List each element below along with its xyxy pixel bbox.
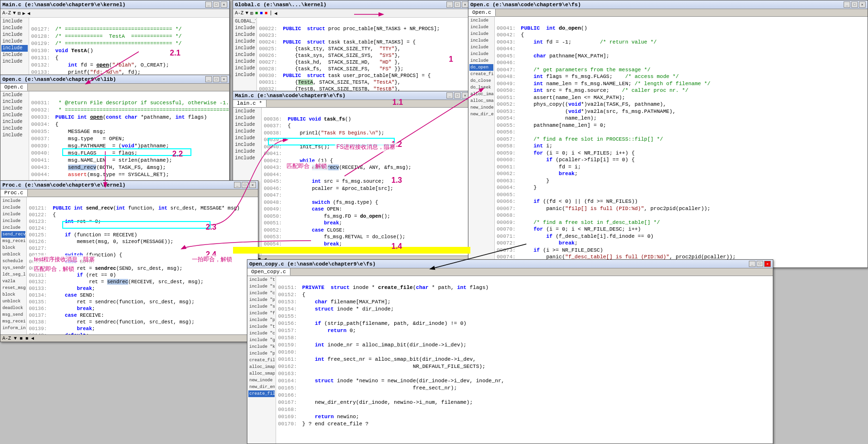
- sidebar-item-selected[interactable]: include: [1, 45, 28, 52]
- sidebar-item-create-file[interactable]: create_file: [248, 390, 275, 397]
- sidebar-item: block: [1, 244, 25, 251]
- code-main-fs[interactable]: 00036: PUBLIC void task_fs() 00037: { 00…: [262, 108, 470, 255]
- close-btn-open-copy[interactable]: ✕: [764, 261, 771, 267]
- sidebar-item: include: [1, 58, 28, 65]
- content-open-fs: include include include include include …: [468, 17, 868, 267]
- minimize-btn-global[interactable]: _: [446, 1, 453, 8]
- sidebar-item: include: [1, 211, 25, 218]
- sidebar-item: include: [469, 51, 493, 57]
- sidebar-item: include: [234, 65, 256, 72]
- sidebar-item: include: [1, 18, 28, 25]
- sidebar-item: include: [1, 132, 28, 139]
- maximize-btn-open-copy[interactable]: □: [757, 261, 763, 267]
- window-controls-open-copy: _ □ ✕: [749, 261, 771, 267]
- window-open-lib[interactable]: Open.c (e:\nasm\code\chapter9\e\lib) _ □…: [0, 75, 230, 182]
- code-main-kernel[interactable]: 00127: /* ==============================…: [29, 18, 229, 75]
- close-btn-main-fs[interactable]: ✕: [462, 92, 468, 99]
- sidebar-item: new_inode: [248, 377, 275, 384]
- sidebar-item: include: [1, 198, 25, 204]
- sidebar-item: include: [1, 52, 28, 58]
- code-proc[interactable]: 00121: PUBLIC int send_recv(int function…: [27, 197, 258, 334]
- title-bar-proc: Proc.c (e:\nasm\code\chapter9\e\kernel) …: [0, 181, 258, 189]
- sidebar-item: include: [1, 92, 28, 99]
- minimize-btn-open-fs[interactable]: _: [844, 1, 850, 8]
- sidebar-item: include "tty.h": [248, 323, 275, 330]
- minimize-btn-main-kernel[interactable]: _: [205, 1, 212, 8]
- sidebar-item: include: [234, 122, 260, 128]
- window-controls-open-fs: _ □ ✕: [844, 1, 866, 8]
- minimize-btn-open-copy[interactable]: _: [749, 261, 756, 267]
- sidebar-global: GLOBAL_VA include include include includ…: [233, 18, 257, 93]
- sidebar-item: alloc_ima: [469, 91, 493, 98]
- sidebar-item: include: [234, 128, 260, 135]
- tab-open-fs[interactable]: Open.c: [468, 9, 496, 16]
- code-open-fs[interactable]: 00041: PUBLIC int do_open() 00042: { 000…: [495, 17, 868, 267]
- maximize-btn-global[interactable]: □: [454, 1, 461, 8]
- tab-open-lib[interactable]: Open.c: [0, 84, 28, 91]
- minimize-btn-main-fs[interactable]: _: [446, 92, 453, 99]
- sidebar-item: msg_recei: [1, 318, 25, 325]
- title-text-open-copy: Open_copy.c (e:\nasm\code\chapter9\e\fs): [249, 261, 376, 267]
- maximize-btn-open-fs[interactable]: □: [851, 1, 858, 8]
- sidebar-item-send-recv[interactable]: send_recv: [1, 231, 25, 238]
- tab-bar-proc: Proc.c: [0, 189, 258, 197]
- sidebar-item: sys_sendr: [1, 265, 25, 271]
- window-controls-main-fs: _ □ ✕: [446, 92, 468, 99]
- sidebar-item: create_file: [248, 357, 275, 364]
- content-main-kernel: include include include include include …: [0, 18, 229, 75]
- sidebar-item: include "protect.h": [248, 297, 275, 303]
- status-bar-proc: A-Z ▼ ■ ■ ◀ |||: [0, 334, 258, 342]
- window-open-fs[interactable]: Open.c (e:\nasm\code\chapter9\e\fs) _ □ …: [468, 0, 868, 268]
- sidebar-item: include "fs.h": [248, 310, 275, 317]
- sidebar-item: create_fi: [469, 71, 493, 78]
- sidebar-item: include: [1, 204, 25, 211]
- minimize-btn-open-lib[interactable]: _: [205, 76, 212, 82]
- sidebar-item: include: [234, 58, 256, 65]
- maximize-btn-open-lib[interactable]: □: [213, 76, 220, 82]
- tab-bar-open-fs: Open.c: [468, 9, 868, 17]
- window-proc[interactable]: Proc.c (e:\nasm\code\chapter9\e\kernel) …: [0, 180, 258, 342]
- minimize-btn-proc[interactable]: _: [234, 182, 241, 188]
- sidebar-item: include "console.h": [248, 330, 275, 337]
- sidebar-item: unblock: [1, 251, 25, 258]
- close-btn-global[interactable]: ✕: [462, 1, 468, 8]
- code-open-lib[interactable]: 00031: * @return File descriptor if succ…: [29, 91, 229, 182]
- content-proc: include include include include include …: [0, 197, 258, 334]
- title-bar-main-fs: Main.c (e:\nasm\code\chapter9\e\fs) _ □ …: [233, 91, 470, 100]
- sidebar-item: deadlock: [1, 305, 25, 311]
- tab-open-copy[interactable]: Open_copy.c: [247, 268, 290, 276]
- sidebar-open-fs: include include include include include …: [468, 17, 495, 267]
- code-open-copy[interactable]: 00151: PRIVATE struct inode * create_fil…: [276, 276, 773, 444]
- window-controls-main-kernel: _ □ ✕: [205, 1, 227, 8]
- window-main-fs[interactable]: Main.c (e:\nasm\code\chapter9\e\fs) _ □ …: [233, 91, 471, 263]
- close-btn-open-lib[interactable]: ✕: [221, 76, 227, 82]
- close-btn-proc[interactable]: ✕: [249, 182, 256, 188]
- sidebar-item: include "stdio.h": [248, 283, 275, 290]
- content-open-copy: include "type.h" include "stdio.h" inclu…: [247, 276, 773, 444]
- maximize-btn-main-kernel[interactable]: □: [213, 1, 220, 8]
- window-controls-proc: _ □ ✕: [234, 182, 256, 188]
- maximize-btn-proc[interactable]: □: [242, 182, 248, 188]
- content-global: GLOBAL_VA include include include includ…: [233, 18, 470, 93]
- sidebar-item: include: [469, 31, 493, 37]
- maximize-btn-main-fs[interactable]: □: [454, 92, 461, 99]
- window-main-kernel[interactable]: Main.c (e:\nasm\code\chapter9\e\kernel) …: [0, 0, 230, 76]
- window-open-copy[interactable]: Open_copy.c (e:\nasm\code\chapter9\e\fs)…: [247, 259, 773, 444]
- close-btn-open-fs[interactable]: ✕: [859, 1, 866, 8]
- content-open-lib: include include include include include …: [0, 91, 229, 182]
- title-text-global: Global.c (e:\nasm\...\kernel): [235, 2, 326, 8]
- tab-proc[interactable]: Proc.c: [0, 189, 28, 197]
- code-global[interactable]: 00022: PUBLIC struct proc proc_table[NR_…: [257, 18, 470, 93]
- close-btn-main-kernel[interactable]: ✕: [221, 1, 227, 8]
- sidebar-item: block: [1, 291, 25, 298]
- sidebar-item: include: [1, 112, 28, 119]
- title-bar-main-kernel: Main.c (e:\nasm\code\chapter9\e\kernel) …: [0, 0, 229, 9]
- tab-bar-open-copy: Open_copy.c: [247, 268, 773, 276]
- sidebar-item: include: [234, 52, 256, 58]
- tab-main-fs[interactable]: lain.c *: [233, 100, 267, 107]
- window-global[interactable]: Global.c (e:\nasm\...\kernel) _ □ ✕ A-Z …: [233, 0, 471, 93]
- sidebar-item: do_lseek: [469, 84, 493, 91]
- sidebar-item: include: [1, 38, 28, 45]
- sidebar-item-do-open[interactable]: do_open: [469, 64, 493, 71]
- sidebar-item: include: [469, 37, 493, 44]
